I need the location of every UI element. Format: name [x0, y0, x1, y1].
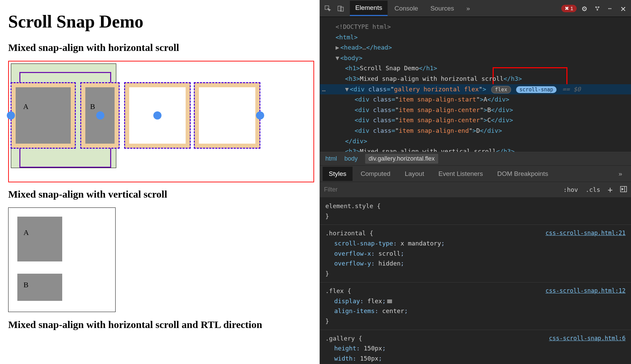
breadcrumb: html body div.gallery.horizontal.flex — [320, 152, 631, 166]
devtools-tabs: Elements Console Sources » — [350, 1, 475, 16]
tab-dom-breakpoints[interactable]: DOM Breakpoints — [491, 167, 554, 181]
error-count: 1 — [570, 5, 573, 11]
device-toggle-icon[interactable] — [336, 3, 346, 14]
tab-computed[interactable]: Computed — [355, 167, 397, 181]
dom-node-selected[interactable]: … ▼<div class="gallery horizontal flex">… — [320, 84, 631, 95]
css-declaration[interactable]: overflow-y: hidden; — [325, 258, 626, 269]
rendered-page: Scroll Snap Demo Mixed snap-align with h… — [0, 0, 320, 364]
flex-badge[interactable]: flex — [491, 86, 511, 93]
snap-item-c — [124, 83, 190, 148]
error-icon: ✖ — [565, 5, 569, 12]
sidebar-toggle-icon[interactable] — [620, 186, 627, 194]
tabs-overflow[interactable]: » — [612, 167, 628, 181]
gallery-item-a-grey — [16, 94, 60, 138]
tab-console[interactable]: Console — [389, 1, 424, 16]
tab-elements[interactable]: Elements — [350, 1, 388, 16]
section-heading-vertical: Mixed snap-align with vertical scroll — [8, 188, 311, 200]
svg-rect-2 — [340, 7, 343, 11]
breadcrumb-item[interactable]: html — [325, 155, 337, 162]
dom-node[interactable]: <h3>Mixed snap-align with vertical scrol… — [329, 146, 627, 152]
css-rule[interactable]: css-scroll-snap.html:6 .gallery { height… — [320, 330, 631, 364]
dom-node[interactable]: ▼<body> — [329, 53, 627, 63]
styles-filter-input[interactable] — [324, 186, 556, 193]
gallery-item[interactable]: A — [17, 217, 62, 261]
error-count-badge[interactable]: ✖ 1 — [561, 5, 577, 12]
gallery-horizontal[interactable] — [11, 63, 116, 168]
css-rule[interactable]: css-scroll-snap.html:12 .flex { display:… — [320, 283, 631, 330]
styles-filter-bar: :hov .cls + — [320, 182, 631, 198]
tabs-overflow[interactable]: » — [461, 1, 476, 16]
css-rule[interactable]: css-scroll-snap.html:21 .horizontal { sc… — [320, 225, 631, 282]
settings-gear-icon[interactable]: ⚙ — [579, 3, 590, 14]
inspect-element-icon[interactable] — [323, 3, 333, 14]
devtools-panel: Elements Console Sources » ✖ 1 ⚙ ⋯ ✕ <!D… — [320, 0, 631, 364]
css-declaration[interactable]: scroll-snap-type: x mandatory; — [325, 238, 626, 249]
scroll-snap-badge[interactable]: scroll-snap — [516, 86, 557, 93]
styles-tabs: Styles Computed Layout Event Listeners D… — [320, 166, 631, 182]
breadcrumb-item-active[interactable]: div.gallery.horizontal.flex — [365, 154, 438, 164]
dom-tree[interactable]: <!DOCTYPE html> <html> ▶<head>…</head> ▼… — [320, 17, 631, 152]
source-link[interactable]: css-scroll-snap.html:6 — [549, 333, 626, 343]
dom-node[interactable]: ▶<head>…</head> — [329, 42, 627, 53]
close-devtools-icon[interactable]: ✕ — [618, 3, 628, 14]
css-selector[interactable]: .gallery — [325, 335, 355, 342]
dom-node[interactable]: <div class="item snap-align-end">D</div> — [329, 126, 627, 136]
dom-node[interactable]: <div class="item snap-align-center">B</d… — [329, 105, 627, 115]
source-link[interactable]: css-scroll-snap.html:21 — [546, 228, 626, 238]
tab-layout[interactable]: Layout — [398, 167, 430, 181]
more-tools-icon[interactable] — [592, 3, 602, 14]
gallery-vertical[interactable]: A B — [8, 207, 116, 312]
dom-node[interactable]: <h3>Mixed snap-align with horizontal scr… — [329, 74, 627, 84]
dom-node[interactable]: </div> — [329, 136, 627, 147]
page-title: Scroll Snap Demo — [8, 12, 311, 32]
item-label: B — [23, 280, 29, 289]
item-label: A — [23, 228, 29, 237]
tab-sources[interactable]: Sources — [425, 1, 460, 16]
css-selector[interactable]: .horizontal — [325, 230, 366, 237]
dom-node[interactable]: <h1>Scroll Snap Demo</h1> — [329, 63, 627, 74]
dom-node[interactable]: <div class="item snap-align-center">C</d… — [329, 115, 627, 126]
snap-point-dot — [256, 111, 264, 120]
css-declaration[interactable]: height: 150px; — [325, 343, 626, 353]
section-heading-rtl: Mixed snap-align with horizontal scroll … — [8, 319, 267, 330]
css-declaration[interactable]: display: flex; — [325, 296, 626, 306]
dom-node[interactable]: <div class="item snap-align-start">A</di… — [329, 94, 627, 105]
cls-toggle[interactable]: .cls — [585, 186, 600, 193]
gallery-item[interactable]: B — [17, 274, 62, 301]
devtools-node-highlight: A B — [8, 61, 314, 182]
devtools-toolbar: Elements Console Sources » ✖ 1 ⚙ ⋯ ✕ — [320, 0, 631, 17]
snap-item-d — [194, 83, 260, 148]
tab-styles[interactable]: Styles — [323, 167, 353, 181]
css-selector[interactable]: .flex — [325, 287, 344, 294]
svg-rect-1 — [338, 6, 341, 11]
css-rule[interactable]: element.style { } — [320, 198, 631, 225]
hover-toggle[interactable]: :hov — [563, 186, 578, 193]
kebab-menu-icon[interactable]: ⋯ — [605, 3, 615, 14]
new-rule-button[interactable]: + — [608, 185, 613, 195]
styles-rules-pane[interactable]: element.style { } css-scroll-snap.html:2… — [320, 198, 631, 364]
console-ref: == $0 — [562, 86, 581, 93]
dom-node[interactable]: <!DOCTYPE html> — [329, 22, 627, 32]
gutter-ellipsis: … — [322, 84, 326, 95]
css-declaration[interactable]: overflow-x: scroll; — [325, 249, 626, 259]
flex-editor-icon[interactable] — [387, 299, 392, 303]
snap-point-dot — [153, 111, 161, 120]
breadcrumb-item[interactable]: body — [344, 155, 358, 162]
source-link[interactable]: css-scroll-snap.html:12 — [546, 286, 626, 295]
section-heading-horizontal: Mixed snap-align with horizontal scroll — [8, 42, 311, 53]
css-selector[interactable]: element.style — [325, 202, 373, 210]
tab-event-listeners[interactable]: Event Listeners — [432, 167, 489, 181]
dom-node[interactable]: <html> — [329, 32, 627, 43]
css-declaration[interactable]: align-items: center; — [325, 306, 626, 316]
css-declaration[interactable]: width: 150px; — [325, 353, 626, 364]
